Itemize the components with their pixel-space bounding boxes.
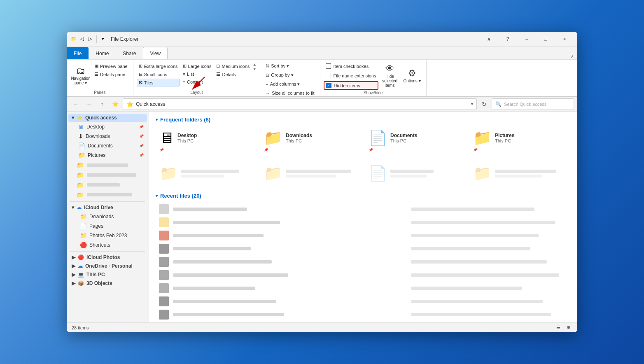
layout-scroll-down[interactable]: ▼ xyxy=(252,67,257,71)
minimize-button[interactable]: − xyxy=(517,33,536,46)
collapse-ribbon-button[interactable]: ∧ xyxy=(479,33,498,46)
recent-row-7[interactable] xyxy=(156,282,571,294)
sort-by-button[interactable]: ⇅ Sort by ▾ xyxy=(264,62,291,70)
sidebar-icloud-pages[interactable]: 📄 Pages xyxy=(68,222,147,231)
tab-file[interactable]: File xyxy=(67,47,89,59)
sidebar-blurred-4[interactable]: 📁 xyxy=(67,190,149,200)
blurred-folder-4[interactable]: 📁 xyxy=(469,162,571,184)
sidebar-icloud-drive[interactable]: ▾ ☁ iCloud Drive xyxy=(68,203,147,212)
sidebar-icloud-shortcuts[interactable]: 🔴 Shortcuts xyxy=(68,240,147,250)
back-button[interactable]: ← xyxy=(70,98,82,110)
view-details-button[interactable]: ☰ xyxy=(554,324,562,331)
tab-view[interactable]: View xyxy=(143,47,168,59)
sidebar-icloud-photos-feb[interactable]: 📁 Photos Feb 2023 xyxy=(68,231,147,240)
item-check-boxes-checkbox[interactable]: Item check boxes xyxy=(324,62,378,70)
size-columns-button[interactable]: ↔ Size all columns to fit xyxy=(264,89,316,97)
search-bar[interactable]: 🔍 Search Quick access xyxy=(492,98,574,110)
sidebar-blurred-1[interactable]: 📁 xyxy=(67,160,149,170)
collapse-btn[interactable]: ∧ xyxy=(571,54,574,59)
recent-files-title[interactable]: ▾ Recent files (20) xyxy=(156,193,571,199)
sidebar-3d-objects[interactable]: ▶ 📦 3D Objects xyxy=(68,279,147,287)
folder-item-desktop[interactable]: 🖥 Desktop This PC 📌 xyxy=(156,127,257,156)
navigation-pane-button[interactable]: 🗂 Navigationpane ▾ xyxy=(70,62,91,89)
blurred-folder-3[interactable]: 📄 xyxy=(365,162,466,184)
large-icons-button[interactable]: ⊞ Large icons xyxy=(181,62,214,70)
forward-button[interactable]: → xyxy=(83,98,95,110)
group-by-button[interactable]: ⊟ Group by ▾ xyxy=(264,71,295,79)
layout-col-1: ⊞ Extra large icons ⊟ Small icons ⊠ Tile… xyxy=(137,62,180,86)
recent-row-3[interactable] xyxy=(156,229,571,242)
hide-selected-items-button[interactable]: 👁 Hide selecteditems xyxy=(379,62,401,89)
folder-documents-info: Documents This PC xyxy=(390,133,462,143)
status-view-buttons: ☰ ⊞ xyxy=(554,324,572,331)
sidebar-icloud-downloads[interactable]: 📁 Downloads xyxy=(68,212,147,221)
sidebar-icloud-photos[interactable]: ▶ 🔴 iCloud Photos xyxy=(68,253,147,261)
recent-row-2[interactable] xyxy=(156,216,571,229)
ribbon-content: 🗂 Navigationpane ▾ ▣ Preview pane ☰ Deta… xyxy=(67,60,577,97)
blurred-folder-3-icon: 📄 xyxy=(369,166,387,181)
help-button[interactable]: ? xyxy=(498,33,517,46)
folder-item-pictures[interactable]: 📁 Pictures This PC 📌 xyxy=(469,127,571,156)
blurred-folder-1[interactable]: 📁 xyxy=(156,162,257,184)
3d-icon: 📦 xyxy=(78,280,84,286)
photos-feb-icon: 📁 xyxy=(80,232,87,239)
recent-row-5[interactable] xyxy=(156,256,571,268)
blurred-name-4 xyxy=(495,170,556,173)
large-icons-icon: ⊞ xyxy=(183,63,187,69)
recent-row-8[interactable] xyxy=(156,295,571,308)
thispc-chevron: ▶ xyxy=(72,272,75,278)
view-tiles-button[interactable]: ⊞ xyxy=(564,324,572,331)
sidebar-item-pictures[interactable]: 📁 Pictures 📌 xyxy=(68,151,147,160)
recent-name-text-9 xyxy=(173,313,284,316)
recent-row-6[interactable] xyxy=(156,269,571,281)
recent-row-4[interactable] xyxy=(156,243,571,255)
hidden-items-checkbox[interactable]: ✓ Hidden items xyxy=(324,81,378,90)
icloud-downloads-icon: 📁 xyxy=(80,213,87,220)
file-name-extensions-checkbox[interactable]: File name extensions xyxy=(324,72,378,79)
preview-pane-button[interactable]: ▣ Preview pane xyxy=(92,62,130,70)
recent-row-1[interactable] xyxy=(156,203,571,215)
recent-locations-button[interactable]: ⭐ xyxy=(110,98,121,110)
tab-home[interactable]: Home xyxy=(89,47,116,59)
close-button[interactable]: × xyxy=(555,33,574,46)
recent-path-9 xyxy=(411,313,567,316)
recent-path-text-8 xyxy=(411,300,543,303)
tiles-button[interactable]: ⊠ Tiles xyxy=(137,79,180,86)
sidebar-item-desktop[interactable]: 🖥 Desktop 📌 xyxy=(68,122,147,131)
frequent-folders-title[interactable]: ▾ Frequent folders (8) xyxy=(156,117,571,123)
tab-share[interactable]: Share xyxy=(116,47,143,59)
sidebar-this-pc[interactable]: ▶ 💻 This PC xyxy=(68,271,147,279)
content-button[interactable]: ≡ Content xyxy=(181,78,214,86)
small-icons-button[interactable]: ⊟ Small icons xyxy=(137,70,180,78)
details-button[interactable]: ☰ Details xyxy=(214,70,252,78)
title-sep xyxy=(96,35,97,43)
address-chevron-icon[interactable]: ▾ xyxy=(471,102,473,106)
address-bar[interactable]: ⭐ Quick access ▾ xyxy=(123,98,477,110)
list-button[interactable]: ≡ List xyxy=(181,70,214,78)
details-pane-button[interactable]: ☰ Details pane xyxy=(92,70,130,78)
sidebar-quick-access[interactable]: ▾ ⭐ Quick access xyxy=(68,114,147,122)
sidebar-item-documents[interactable]: 📄 Documents 📌 xyxy=(68,141,147,150)
sidebar-blurred-3[interactable]: 📁 xyxy=(67,180,149,190)
recent-icon-5 xyxy=(159,257,169,267)
recent-row-9[interactable] xyxy=(156,308,571,321)
medium-icons-button[interactable]: ⊞ Medium icons xyxy=(214,62,252,70)
add-columns-button[interactable]: + Add columns ▾ xyxy=(264,80,302,88)
options-button[interactable]: ⚙ Options ▾ xyxy=(401,62,423,89)
layout-col-2: ⊞ Large icons ≡ List ≡ Content xyxy=(181,62,214,86)
layout-scroll-up[interactable]: ▲ xyxy=(252,62,257,67)
refresh-button[interactable]: ↻ xyxy=(478,98,490,110)
folder-documents-name: Documents xyxy=(390,133,462,138)
sidebar-item-downloads[interactable]: ⬇ Downloads 📌 xyxy=(68,132,147,141)
blurred-folder-2[interactable]: 📁 xyxy=(260,162,362,184)
up-button[interactable]: ↑ xyxy=(96,98,108,110)
folder-documents-top: 📄 Documents This PC xyxy=(369,131,462,145)
folder-item-documents[interactable]: 📄 Documents This PC 📌 xyxy=(365,127,466,156)
maximize-button[interactable]: □ xyxy=(536,33,555,46)
extra-large-icons-button[interactable]: ⊞ Extra large icons xyxy=(137,62,180,70)
sidebar-blurred-2[interactable]: 📁 xyxy=(67,170,149,180)
title-bar-icons: 📁 ◁ ▷ ▾ xyxy=(70,35,107,43)
extra-large-icon: ⊞ xyxy=(139,63,142,69)
sidebar-onedrive[interactable]: ▶ ☁ OneDrive - Personal xyxy=(68,262,147,270)
folder-item-downloads[interactable]: 📁 Downloads This PC 📌 xyxy=(260,127,362,156)
